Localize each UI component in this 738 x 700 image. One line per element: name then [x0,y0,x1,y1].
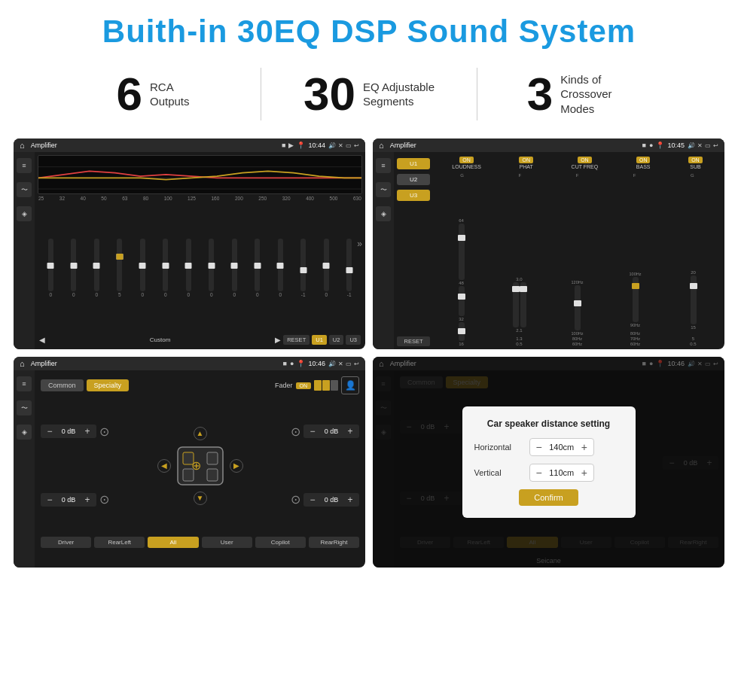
tab-common-bl[interactable]: Common [41,379,84,391]
driver-btn[interactable]: Driver [41,537,91,548]
rearright-btn[interactable]: RearRight [309,537,359,548]
u3-btn-tl[interactable]: U3 [346,335,361,345]
fader-on-pill[interactable]: ON [296,382,312,389]
g-label-2: G [691,173,694,178]
on-badge-sub[interactable]: ON [688,157,703,163]
back-icon-tr: ↩ [713,142,718,149]
stat-rca: 6 RCAOutputs [45,71,261,117]
g-label-1: G [460,173,464,178]
db-minus-rl[interactable]: − [45,495,54,505]
eq-slider-1[interactable]: 0 [48,239,53,297]
horizontal-control: − 140cm + [529,438,594,456]
app-name-bl: Amplifier [31,360,280,367]
speaker-icon-bl: 🔊 [328,361,336,367]
eq-slider-5[interactable]: 0 [140,239,145,297]
on-badge-loudness[interactable]: ON [459,157,474,163]
page-header: Buith-in 30EQ DSP Sound System [0,0,738,57]
wave-icon-tr[interactable]: 〜 [376,182,391,197]
nav-up[interactable]: ▲ [194,427,207,440]
copilot-btn[interactable]: Copilot [255,537,306,548]
balance-icon-bl[interactable]: ◈ [17,425,32,440]
u1-channel-btn[interactable]: U1 [397,158,430,169]
eq-slider-10[interactable]: 0 [255,239,260,297]
rearleft-btn[interactable]: RearLeft [94,537,145,548]
db-plus-fr[interactable]: + [346,426,355,437]
time-tl: 10:44 [308,142,325,149]
db-plus-rr[interactable]: + [346,495,355,505]
home-icon-bl[interactable]: ⌂ [20,359,25,368]
eq-slider-7[interactable]: 0 [186,239,191,297]
time-bl: 10:46 [308,360,325,367]
home-icon-tr[interactable]: ⌂ [379,141,384,150]
on-badge-cutfreq[interactable]: ON [578,157,592,163]
home-icon-tl[interactable]: ⌂ [20,141,25,150]
all-btn[interactable]: All [148,537,198,548]
amp-ch-sub: 20 15 5 0.5 [665,270,721,346]
sub-label: SUB [690,164,700,169]
eq-icon-tr[interactable]: ≡ [376,158,391,173]
amp-ch-phat: 3.0 2.1 1.3 0.5 [491,277,547,346]
left-icons-tr: ≡ 〜 ◈ [373,152,394,349]
db-minus-rr[interactable]: − [308,495,317,505]
u2-btn-tl[interactable]: U2 [329,335,344,345]
window-icon-tr: ▭ [705,142,711,149]
db-minus-fl[interactable]: − [45,426,54,437]
reset-btn-tl[interactable]: RESET [283,335,310,345]
eq-icon-bl[interactable]: ≡ [17,376,32,391]
prev-arrow[interactable]: ◀ [39,336,45,344]
wave-icon-bl[interactable]: 〜 [17,400,32,415]
amp-main: U1 U2 U3 RESET ON LOUDNESS [394,152,724,349]
wave-icon[interactable]: 〜 [17,182,32,197]
eq-slider-8[interactable]: 0 [209,239,214,297]
eq-slider-13[interactable]: 0 [324,239,329,297]
reset-btn-tr[interactable]: RESET [397,336,430,346]
vertical-plus[interactable]: + [581,467,587,479]
nav-left[interactable]: ◀ [157,459,171,473]
tab-specialty-bl[interactable]: Specialty [87,379,130,391]
expand-arrows-tl[interactable]: » [357,239,362,249]
u3-channel-btn[interactable]: U3 [397,190,430,201]
nav-right[interactable]: ▶ [230,459,243,473]
eq-slider-6[interactable]: 0 [163,239,168,297]
eq-slider-4[interactable]: 5 [117,239,122,297]
eq-slider-11[interactable]: 0 [278,239,283,297]
svg-rect-5 [207,452,218,464]
db-control-rl: − 0 dB + [41,493,96,507]
stat-crossover: 3 Kinds ofCrossover Modes [477,71,693,117]
eq-slider-2[interactable]: 0 [71,239,76,297]
stat-label-crossover: Kinds ofCrossover Modes [560,72,643,117]
user-btn-bl[interactable]: User [202,537,252,548]
eq-slider-9[interactable]: 0 [232,239,237,297]
avatar-icon-bl[interactable]: 👤 [341,376,359,394]
eq-icon[interactable]: ≡ [17,158,32,173]
on-badge-bass[interactable]: ON [636,157,651,163]
eq-slider-14[interactable]: -1 [346,239,352,297]
app-name-tl: Amplifier [31,142,279,149]
horizontal-minus[interactable]: − [536,441,542,453]
db-plus-rl[interactable]: + [83,495,92,505]
amp-ch-bass: 100Hz 90Hz 80Hz 70Hz 60Hz [607,272,663,346]
confirm-button[interactable]: Confirm [519,489,578,506]
nav-down[interactable]: ▼ [194,492,207,505]
fader-toggle[interactable] [314,380,338,391]
horizontal-plus[interactable]: + [581,441,587,453]
db-plus-fl[interactable]: + [83,426,92,437]
amp-ch-cutfreq: 120Hz 100Hz 80Hz 60Hz [549,280,605,346]
amp-panel-body: ≡ 〜 ◈ U1 U2 U3 RESET [373,152,724,349]
svg-text:⊕: ⊕ [191,459,200,472]
u2-channel-btn[interactable]: U2 [397,174,430,185]
balance-icon[interactable]: ◈ [17,206,32,221]
balance-icon-tr[interactable]: ◈ [376,206,391,221]
db-minus-fr[interactable]: − [308,426,317,437]
next-arrow[interactable]: ▶ [275,336,281,344]
close-icon-bl: ✕ [338,361,343,367]
on-badge-phat[interactable]: ON [519,157,533,163]
eq-content: 2532405063 80100125160200 25032040050063… [38,155,362,346]
stat-number-crossover: 3 [527,71,553,117]
u1-btn-tl[interactable]: U1 [312,335,327,345]
dialog-title: Car speaker distance setting [474,418,624,429]
vertical-minus[interactable]: − [536,467,542,479]
eq-slider-12[interactable]: -1 [300,239,306,297]
eq-slider-3[interactable]: 0 [94,239,99,297]
fader-content: Common Specialty Fader ON 👤 [38,373,362,551]
